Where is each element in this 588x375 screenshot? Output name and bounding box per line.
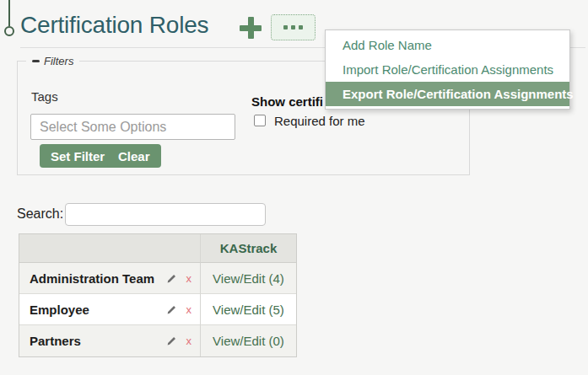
filters-legend-label: Filters <box>44 55 73 67</box>
menu-item-add-role-name[interactable]: Add Role Name <box>326 33 569 57</box>
tags-select-input[interactable] <box>30 114 235 140</box>
edit-pencil-icon[interactable] <box>166 335 177 346</box>
timeline-node-icon <box>4 26 14 36</box>
delete-x-button[interactable]: x <box>186 335 192 346</box>
tags-label: Tags <box>31 89 58 104</box>
show-certifications-label: Show certifi <box>251 94 323 109</box>
table-header-kastrack: KAStrack <box>200 234 296 263</box>
delete-x-button[interactable]: x <box>186 273 192 284</box>
view-edit-link[interactable]: View/Edit (0) <box>213 334 284 348</box>
filters-legend[interactable]: Filters <box>26 55 79 67</box>
certification-roles-page: Certification Roles Filters Tags Set Fil… <box>0 0 588 375</box>
table-row-name: Employee x <box>19 294 200 325</box>
view-edit-link[interactable]: View/Edit (5) <box>213 303 284 317</box>
role-name: Employee <box>30 303 161 317</box>
view-edit-link[interactable]: View/Edit (4) <box>213 271 284 286</box>
table-cell-kastrack: View/Edit (4) <box>200 263 296 294</box>
page-title: Certification Roles <box>20 12 208 39</box>
role-name: Administration Team <box>30 271 161 286</box>
edit-pencil-icon[interactable] <box>166 273 177 284</box>
more-actions-button[interactable] <box>271 14 316 40</box>
set-filter-button[interactable]: Set Filter <box>40 144 116 168</box>
table-cell-kastrack: View/Edit (5) <box>200 294 296 325</box>
menu-item-export-assignments[interactable]: Export Role/Certification Assignments <box>326 82 569 106</box>
add-role-plus-icon[interactable] <box>240 17 262 39</box>
clear-button[interactable]: Clear <box>107 144 161 168</box>
table-header-role <box>19 234 200 263</box>
search-label: Search: <box>17 206 63 222</box>
required-for-me-checkbox[interactable] <box>254 115 266 126</box>
required-for-me-label: Required for me <box>274 114 365 128</box>
role-name: Partners <box>30 334 161 348</box>
actions-menu: Add Role Name Import Role/Certification … <box>325 29 570 110</box>
edit-pencil-icon[interactable] <box>166 304 177 315</box>
ellipsis-icon <box>283 25 303 29</box>
search-input[interactable] <box>65 203 266 226</box>
timeline-line <box>8 0 10 26</box>
table-cell-kastrack: View/Edit (0) <box>200 325 296 356</box>
table-row-name: Administration Team x <box>19 263 200 294</box>
delete-x-button[interactable]: x <box>186 304 192 315</box>
menu-item-import-assignments[interactable]: Import Role/Certification Assignments <box>326 57 569 82</box>
collapse-minus-icon <box>32 60 40 62</box>
table-row-name: Partners x <box>19 325 200 356</box>
roles-table: KAStrack Administration Team x View/Edit… <box>19 233 297 357</box>
